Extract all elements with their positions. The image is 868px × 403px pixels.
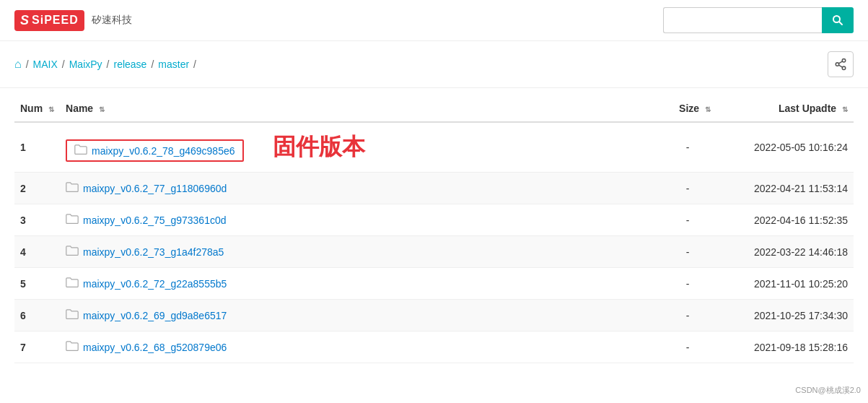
folder-icon [74, 144, 87, 157]
cell-size: - [659, 332, 716, 363]
breadcrumb-maix[interactable]: MAIX [33, 58, 58, 70]
separator-4: / [193, 58, 196, 70]
annotation-text: 固件版本 [273, 131, 365, 163]
logo-box: S SiPEED [14, 10, 84, 31]
search-input[interactable] [663, 7, 822, 33]
share-icon [834, 58, 847, 71]
col-size-sort-icon[interactable]: ⇅ [705, 105, 711, 113]
folder-icon [66, 340, 79, 354]
cell-size: - [659, 122, 716, 173]
col-name-sort-icon[interactable]: ⇅ [99, 105, 105, 113]
cell-date: 2021-11-01 10:25:20 [716, 268, 854, 300]
col-num-label: Num [20, 103, 43, 114]
folder-name: maixpy_v0.6.2_73_g1a4f278a5 [83, 246, 224, 258]
folder-link[interactable]: maixpy_v0.6.2_69_gd9a8e6517 [66, 308, 227, 322]
folder-link[interactable]: maixpy_v0.6.2_68_g520879e06 [66, 340, 227, 354]
cell-date: 2021-10-25 17:34:30 [716, 300, 854, 332]
cell-num: 4 [14, 236, 60, 268]
cell-date: 2021-09-18 15:28:16 [716, 332, 854, 363]
svg-line-1 [839, 22, 842, 25]
folder-icon [66, 308, 79, 322]
folder-link[interactable]: maixpy_v0.6.2_77_g11806960d [66, 181, 227, 195]
separator-2: / [107, 58, 110, 70]
cell-name: maixpy_v0.6.2_78_g469c985e6固件版本 [60, 122, 659, 173]
cell-num: 5 [14, 268, 60, 300]
col-date-label: Last Upadte [779, 103, 836, 114]
logo-sipeed-text: SiPEED [32, 14, 79, 27]
cell-num: 3 [14, 204, 60, 236]
cell-name: maixpy_v0.6.2_72_g22a8555b5 [60, 268, 659, 300]
folder-link[interactable]: maixpy_v0.6.2_75_g973361c0d [66, 213, 227, 227]
table-row: 3maixpy_v0.6.2_75_g973361c0d-2022-04-16 … [14, 204, 854, 236]
separator-1: / [62, 58, 65, 70]
cell-date: 2022-04-16 11:52:35 [716, 204, 854, 236]
cell-name: maixpy_v0.6.2_77_g11806960d [60, 173, 659, 204]
folder-name: maixpy_v0.6.2_68_g520879e06 [83, 342, 227, 353]
cell-size: - [659, 236, 716, 268]
table-row: 2maixpy_v0.6.2_77_g11806960d-2022-04-21 … [14, 173, 854, 204]
folder-name: maixpy_v0.6.2_69_gd9a8e6517 [83, 310, 227, 321]
svg-line-5 [838, 65, 842, 67]
table-header: Num ⇅ Name ⇅ Size ⇅ Last Upadte ⇅ [14, 95, 854, 122]
cell-size: - [659, 204, 716, 236]
folder-name: maixpy_v0.6.2_77_g11806960d [83, 183, 227, 194]
table-row: 1maixpy_v0.6.2_78_g469c985e6固件版本-2022-05… [14, 122, 854, 173]
folder-link[interactable]: maixpy_v0.6.2_73_g1a4f278a5 [66, 245, 224, 259]
table-body: 1maixpy_v0.6.2_78_g469c985e6固件版本-2022-05… [14, 122, 854, 363]
breadcrumb-master[interactable]: master [158, 58, 189, 70]
search-icon [832, 14, 843, 26]
cell-date: 2022-03-22 14:46:18 [716, 236, 854, 268]
separator-0: / [26, 58, 29, 70]
col-header-date: Last Upadte ⇅ [716, 95, 854, 122]
col-header-name: Name ⇅ [60, 95, 659, 122]
breadcrumb-maixpy[interactable]: MaixPy [69, 58, 102, 70]
search-area [663, 7, 854, 33]
highlighted-folder-link[interactable]: maixpy_v0.6.2_78_g469c985e6 [66, 139, 244, 162]
share-button[interactable] [828, 51, 854, 77]
table-row: 5maixpy_v0.6.2_72_g22a8555b5-2021-11-01 … [14, 268, 854, 300]
separator-3: / [151, 58, 154, 70]
folder-link[interactable]: maixpy_v0.6.2_72_g22a8555b5 [66, 277, 227, 290]
logo-subtitle: 矽速科技 [92, 14, 132, 27]
table-row: 6maixpy_v0.6.2_69_gd9a8e6517-2021-10-25 … [14, 300, 854, 332]
file-table: Num ⇅ Name ⇅ Size ⇅ Last Upadte ⇅ 1maixp… [14, 95, 854, 363]
svg-line-6 [838, 61, 842, 64]
col-header-num: Num ⇅ [14, 95, 60, 122]
cell-size: - [659, 268, 716, 300]
folder-name: maixpy_v0.6.2_72_g22a8555b5 [83, 278, 227, 290]
table-row: 7maixpy_v0.6.2_68_g520879e06-2021-09-18 … [14, 332, 854, 363]
col-date-sort-icon[interactable]: ⇅ [842, 105, 848, 113]
folder-name: maixpy_v0.6.2_75_g973361c0d [83, 214, 227, 226]
cell-num: 2 [14, 173, 60, 204]
logo-area: S SiPEED 矽速科技 [14, 10, 132, 31]
table-container: Num ⇅ Name ⇅ Size ⇅ Last Upadte ⇅ 1maixp… [0, 88, 868, 370]
breadcrumb-bar: ⌂ / MAIX / MaixPy / release / master / [0, 41, 868, 88]
col-num-sort-icon[interactable]: ⇅ [48, 105, 54, 113]
header: S SiPEED 矽速科技 [0, 0, 868, 41]
cell-date: 2022-05-05 10:16:24 [716, 122, 854, 173]
folder-icon [66, 277, 79, 290]
cell-name: maixpy_v0.6.2_68_g520879e06 [60, 332, 659, 363]
search-button[interactable] [822, 7, 854, 33]
cell-size: - [659, 300, 716, 332]
col-header-size: Size ⇅ [659, 95, 716, 122]
cell-name: maixpy_v0.6.2_75_g973361c0d [60, 204, 659, 236]
table-row: 4maixpy_v0.6.2_73_g1a4f278a5-2022-03-22 … [14, 236, 854, 268]
folder-icon [66, 245, 79, 259]
cell-num: 7 [14, 332, 60, 363]
breadcrumb-release[interactable]: release [113, 58, 146, 70]
cell-name: maixpy_v0.6.2_69_gd9a8e6517 [60, 300, 659, 332]
cell-name: maixpy_v0.6.2_73_g1a4f278a5 [60, 236, 659, 268]
folder-name-link[interactable]: maixpy_v0.6.2_78_g469c985e6 [92, 145, 235, 157]
cell-num: 6 [14, 300, 60, 332]
home-icon[interactable]: ⌂ [14, 58, 22, 71]
folder-icon [66, 213, 79, 227]
cell-size: - [659, 173, 716, 204]
cell-date: 2022-04-21 11:53:14 [716, 173, 854, 204]
logo-s-letter: S [20, 13, 29, 28]
cell-num: 1 [14, 122, 60, 173]
folder-icon [66, 181, 79, 195]
col-size-label: Size [679, 103, 699, 114]
col-name-label: Name [66, 103, 93, 114]
breadcrumb: ⌂ / MAIX / MaixPy / release / master / [14, 58, 196, 71]
